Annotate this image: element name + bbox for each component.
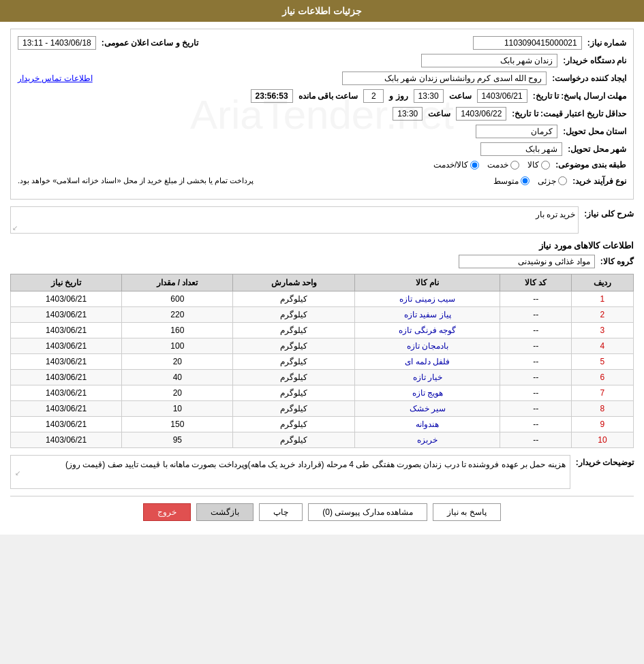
cell-name: گوجه فرنگی تازه (355, 323, 500, 338)
respond-button[interactable]: پاسخ به نیاز (433, 503, 501, 521)
province-value: کرمان (476, 125, 557, 138)
form-section: AriaTender.net شماره نیاز: 1103090415000… (10, 29, 634, 200)
category-radio-kala[interactable] (541, 161, 550, 170)
col-header-num: ردیف (571, 274, 633, 291)
purchase-radio-motavaset[interactable] (521, 176, 530, 185)
cell-name: سیر خشک (355, 401, 500, 417)
response-deadline-label: مهلت ارسال پاسخ: تا تاریخ: (533, 91, 626, 101)
category-radio-khadamat[interactable] (510, 161, 519, 170)
category-radio-group: کالا خدمت کالا/خدمت (433, 160, 550, 170)
cell-name: سیب زمینی تازه (355, 291, 500, 307)
cell-date: 1403/06/21 (11, 417, 122, 432)
buyer-desc-section: توضیحات خریدار: هزینه حمل بر عهده فروشند… (10, 455, 634, 489)
page-header: جزئیات اطلاعات نیاز (0, 0, 644, 22)
response-days: 2 (363, 89, 384, 103)
cell-unit: کیلوگرم (233, 338, 355, 354)
cell-qty: 150 (122, 417, 233, 432)
purchase-radio-group: جزئی متوسط (493, 176, 567, 186)
cell-code: -- (500, 370, 572, 385)
cell-date: 1403/06/21 (11, 432, 122, 448)
cell-qty: 600 (122, 291, 233, 307)
table-row: 4 -- بادمجان تازه کیلوگرم 100 1403/06/21 (11, 338, 634, 354)
cell-code: -- (500, 401, 572, 417)
goods-group-label: گروه کالا: (600, 257, 634, 266)
validity-time-label: ساعت (428, 109, 450, 118)
purchase-radio-jozi[interactable] (558, 176, 567, 185)
cell-name: هندوانه (355, 417, 500, 432)
cell-num: 4 (571, 338, 633, 354)
cell-unit: کیلوگرم (233, 323, 355, 338)
cell-unit: کیلوگرم (233, 370, 355, 385)
exit-button[interactable]: خروج (143, 503, 191, 521)
contact-link[interactable]: اطلاعات تماس خریدار (18, 74, 93, 83)
purchase-type-label: نوع فرآیند خرید: (572, 176, 626, 186)
cell-num: 9 (571, 417, 633, 432)
announce-date-label: تاریخ و ساعت اعلان عمومی: (102, 38, 198, 48)
cell-name: بادمجان تازه (355, 338, 500, 354)
category-label: طبقه بندی موضوعی: (555, 160, 626, 170)
col-header-name: نام کالا (355, 274, 500, 291)
back-button[interactable]: بازگشت (196, 503, 254, 521)
city-row: شهر محل تحویل: شهر بابک (18, 142, 626, 156)
validity-time: 13:30 (393, 107, 423, 121)
cell-unit: کیلوگرم (233, 307, 355, 323)
need-number-label: شماره نیاز: (587, 38, 626, 48)
cell-date: 1403/06/21 (11, 385, 122, 401)
page-wrapper: جزئیات اطلاعات نیاز AriaTender.net شماره… (0, 0, 644, 535)
response-time-label: ساعت (449, 91, 472, 101)
purchase-option-jozi[interactable]: جزئی (538, 176, 567, 186)
creator-value: روح الله اسدی کرم روانشناس زندان شهر باب… (342, 72, 547, 85)
city-label: شهر محل تحویل: (568, 144, 626, 154)
cell-code: -- (500, 354, 572, 370)
cell-unit: کیلوگرم (233, 417, 355, 432)
cell-qty: 20 (122, 385, 233, 401)
cell-code: -- (500, 338, 572, 354)
view-docs-button[interactable]: مشاهده مدارک پیوستی (0) (308, 503, 427, 521)
sharh-title: شرح کلی نیاز: (584, 206, 634, 219)
header-title: جزئیات اطلاعات نیاز (282, 5, 362, 16)
response-days-label: روز و (389, 91, 408, 101)
cell-code: -- (500, 307, 572, 323)
need-number-row: شماره نیاز: 1103090415000021 تاریخ و ساع… (18, 36, 626, 50)
creator-label: ایجاد کننده درخواست: (552, 74, 626, 83)
category-option-kala[interactable]: کالا (527, 160, 550, 170)
response-date: 1403/06/21 (477, 89, 527, 103)
cell-date: 1403/06/21 (11, 354, 122, 370)
category-option-khadamat[interactable]: خدمت (487, 160, 519, 170)
cell-unit: کیلوگرم (233, 432, 355, 448)
table-row: 7 -- هویج تازه کیلوگرم 20 1403/06/21 (11, 385, 634, 401)
cell-date: 1403/06/21 (11, 307, 122, 323)
cell-name: خیار تازه (355, 370, 500, 385)
category-radio-kala-khadamat[interactable] (470, 161, 479, 170)
announce-date-value: 1403/06/18 - 13:11 (18, 36, 96, 50)
cell-unit: کیلوگرم (233, 291, 355, 307)
purchase-label-motavaset: متوسط (493, 176, 519, 186)
cell-name: فلفل دلمه ای (355, 354, 500, 370)
table-row: 3 -- گوجه فرنگی تازه کیلوگرم 160 1403/06… (11, 323, 634, 338)
category-option-kala-khadamat[interactable]: کالا/خدمت (433, 160, 479, 170)
resize-icon-desc: ↙ (15, 469, 566, 477)
buyer-name-row: نام دستگاه خریدار: زندان شهر بابک (18, 54, 626, 67)
province-label: استان محل تحویل: (563, 127, 626, 136)
table-row: 10 -- خربزه کیلوگرم 95 1403/06/21 (11, 432, 634, 448)
category-label-khadamat: خدمت (487, 160, 508, 170)
cell-num: 10 (571, 432, 633, 448)
purchase-option-motavaset[interactable]: متوسط (493, 176, 530, 186)
footer-buttons: پاسخ به نیاز مشاهده مدارک پیوستی (0) چاپ… (10, 496, 634, 528)
purchase-note: پرداخت تمام یا بخشی از مبلغ خرید از محل … (18, 174, 254, 188)
buyer-name-value: زندان شهر بابک (421, 54, 557, 67)
validity-date: 1403/06/22 (456, 107, 506, 121)
cell-date: 1403/06/21 (11, 338, 122, 354)
cell-name: خربزه (355, 432, 500, 448)
sharh-box: خرید تره بار ↙ (10, 206, 579, 234)
col-header-unit: واحد شمارش (233, 274, 355, 291)
goods-group-value: مواد غذائی و نوشیدنی (459, 255, 595, 268)
goods-group-row: گروه کالا: مواد غذائی و نوشیدنی (10, 255, 634, 268)
table-row: 5 -- فلفل دلمه ای کیلوگرم 20 1403/06/21 (11, 354, 634, 370)
purchase-type-row: نوع فرآیند خرید: جزئی متوسط پرداخت تمام … (18, 174, 626, 188)
print-button[interactable]: چاپ (259, 503, 303, 521)
cell-qty: 40 (122, 370, 233, 385)
cell-name: پیاز سفید تازه (355, 307, 500, 323)
response-timer: 23:56:53 (251, 89, 293, 103)
cell-qty: 95 (122, 432, 233, 448)
